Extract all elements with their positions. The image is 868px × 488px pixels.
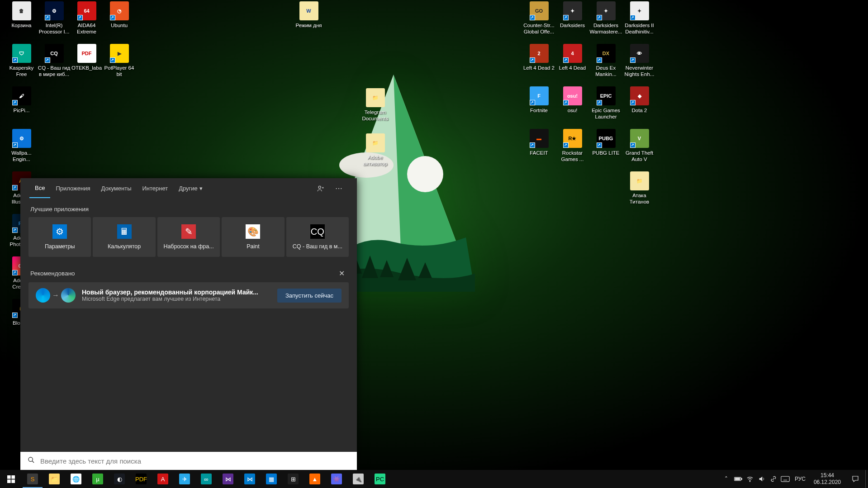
- taskbar: S📁🌐µ◐PDFA✈∞⋈⋈▦⊞▲👾🔌PC ˄ РУС 15:44 06.12.2…: [0, 470, 868, 488]
- show-desktop-button[interactable]: [865, 470, 868, 488]
- best-app-tile[interactable]: ⚙Параметры: [28, 217, 91, 257]
- more-icon[interactable]: ⋯: [330, 180, 348, 198]
- desktop-icon[interactable]: GO↗Counter-Str... Global Offe...: [522, 1, 556, 35]
- taskbar-app-visualstudio[interactable]: ⋈: [217, 470, 239, 488]
- desktop-icon[interactable]: PUBG↗PUBG LITE: [589, 129, 623, 156]
- best-app-tile[interactable]: ✎Набросок на фра...: [157, 217, 220, 257]
- tray-chevron-icon[interactable]: ˄: [721, 470, 732, 488]
- desktop-icon[interactable]: V↗Grand Theft Auto V: [622, 129, 656, 162]
- app-icon: S: [27, 474, 38, 484]
- app-icon: 4↗: [563, 44, 582, 63]
- taskbar-app-mail[interactable]: ▦: [261, 470, 282, 488]
- volume-icon[interactable]: [756, 470, 768, 488]
- tab-more[interactable]: Другие▾: [173, 179, 208, 198]
- taskbar-app-sublime[interactable]: S: [22, 470, 43, 488]
- desktop-icon[interactable]: DX↗Deus Ex Mankin...: [589, 44, 623, 77]
- launch-now-button[interactable]: Запустить сейчас: [277, 289, 342, 303]
- link-icon[interactable]: [768, 470, 779, 488]
- desktop-icon-label: PUBG LITE: [589, 150, 623, 156]
- taskbar-app-store[interactable]: ⊞: [282, 470, 304, 488]
- desktop-icon[interactable]: 📁Атака Титанов: [622, 171, 656, 205]
- shortcut-badge-icon: ↗: [630, 100, 636, 105]
- recommended-sub: Microsoft Edge предлагает вам лучшее из …: [82, 296, 271, 302]
- close-icon[interactable]: ✕: [336, 268, 347, 279]
- tab-web[interactable]: Интернет: [137, 179, 173, 198]
- taskbar-app-steam[interactable]: ◐: [109, 470, 130, 488]
- taskbar-app-explorer[interactable]: 📁: [43, 470, 65, 488]
- search-input[interactable]: [40, 457, 350, 465]
- desktop-icon[interactable]: 2↗Left 4 Dead 2: [522, 44, 556, 71]
- taskbar-app-vscode[interactable]: ⋈: [239, 470, 261, 488]
- desktop-icon[interactable]: 4↗Left 4 Dead: [555, 44, 589, 71]
- taskbar-app-utorrent[interactable]: µ: [87, 470, 109, 488]
- app-icon: ⚙↗: [45, 1, 64, 20]
- desktop-icon[interactable]: 📁Adobe активатор: [358, 133, 392, 167]
- desktop-icon-label: Kaspersky Free: [5, 65, 38, 77]
- app-icon: ✎: [181, 224, 196, 239]
- best-app-tile[interactable]: CQCQ - Ваш гид в м...: [286, 217, 349, 257]
- feedback-icon[interactable]: [312, 180, 330, 198]
- taskbar-apps: S📁🌐µ◐PDFA✈∞⋈⋈▦⊞▲👾🔌PC: [22, 470, 391, 488]
- tab-all[interactable]: Все: [29, 179, 50, 198]
- taskbar-app-pycharm[interactable]: PC: [369, 470, 391, 488]
- desktop-icon[interactable]: CQ↗CQ - Ваш гид в мире киб...: [37, 44, 71, 77]
- clock[interactable]: 15:44 06.12.2020: [809, 470, 845, 488]
- wifi-icon[interactable]: [744, 470, 756, 488]
- desktop-icon-label: Атака Титанов: [622, 192, 656, 205]
- desktop-icon-label: Корзина: [5, 22, 38, 28]
- taskbar-app-matlab[interactable]: ▲: [304, 470, 326, 488]
- app-icon: PUBG↗: [597, 129, 616, 148]
- desktop-icon[interactable]: ◆↗Dota 2: [622, 86, 656, 114]
- desktop-icon-label: Deus Ex Mankin...: [589, 65, 623, 77]
- battery-icon[interactable]: [732, 470, 744, 488]
- desktop-icon-label: Counter-Str... Global Offe...: [522, 22, 556, 35]
- desktop-icon[interactable]: ▶↗PotPlayer 64 bit: [102, 44, 136, 77]
- taskbar-app-telegram[interactable]: ✈: [174, 470, 195, 488]
- desktop-icon[interactable]: 64↗AIDA64 Extreme: [70, 1, 104, 35]
- desktop-icon[interactable]: EPIC↗Epic Games Launcher: [589, 86, 623, 120]
- app-icon: W: [299, 1, 318, 20]
- best-app-tile[interactable]: 🎨Paint: [222, 217, 284, 257]
- desktop-icon[interactable]: R★↗Rockstar Games ...: [555, 129, 589, 162]
- desktop-icon[interactable]: F↗Fortnite: [522, 86, 556, 114]
- tab-docs[interactable]: Документы: [95, 179, 137, 198]
- best-app-tile[interactable]: 🖩Калькулятор: [93, 217, 155, 257]
- desktop-icon[interactable]: ✦↗Darksiders: [555, 1, 589, 28]
- desktop-icon-label: Neverwinter Nights Enh...: [622, 65, 656, 77]
- desktop-icon[interactable]: ⚙↗Wallpa... Engin...: [5, 129, 38, 162]
- desktop-icon[interactable]: ✦↗Darksiders II Deathinitiv...: [622, 1, 656, 35]
- taskbar-app-pdf[interactable]: PDF: [130, 470, 152, 488]
- app-icon: ◔↗: [110, 1, 129, 20]
- shortcut-badge-icon: ↗: [45, 57, 50, 63]
- keyboard-icon[interactable]: [779, 470, 791, 488]
- desktop-icon[interactable]: 🛡↗Kaspersky Free: [5, 44, 38, 77]
- start-button[interactable]: [0, 470, 22, 488]
- desktop-icon[interactable]: ◔↗Ubuntu: [102, 1, 136, 28]
- desktop-icon[interactable]: PDFOTEKB_laba: [70, 44, 104, 71]
- tab-apps[interactable]: Приложения: [50, 179, 95, 198]
- desktop-icon[interactable]: 👁↗Neverwinter Nights Enh...: [622, 44, 656, 77]
- taskbar-app-arduino[interactable]: ∞: [195, 470, 217, 488]
- search-box[interactable]: [20, 452, 357, 470]
- desktop-icon[interactable]: 📁Telegram Documents: [358, 88, 392, 122]
- app-icon: ▲: [309, 474, 320, 484]
- desktop-icon[interactable]: ✦↗Darksiders Warmastere...: [589, 1, 623, 35]
- taskbar-app-discord[interactable]: 👾: [326, 470, 347, 488]
- language-indicator[interactable]: РУС: [791, 476, 809, 482]
- taskbar-app-chrome[interactable]: 🌐: [65, 470, 87, 488]
- app-icon: 👾: [331, 474, 342, 484]
- notifications-icon[interactable]: [845, 475, 865, 483]
- taskbar-app-aida[interactable]: A: [152, 470, 174, 488]
- desktop-icon[interactable]: osu!↗osu!: [555, 86, 589, 114]
- taskbar-app-usb[interactable]: 🔌: [347, 470, 369, 488]
- desktop-icon[interactable]: 🗑Корзина: [5, 1, 38, 28]
- desktop-icon-label: Rockstar Games ...: [555, 150, 589, 162]
- shortcut-badge-icon: ↗: [630, 142, 636, 148]
- app-icon: A: [157, 474, 168, 484]
- shortcut-badge-icon: ↗: [597, 57, 602, 63]
- desktop-icon[interactable]: WРежим дня: [292, 1, 326, 28]
- desktop-icon[interactable]: ▬↗FACEIT: [522, 129, 556, 156]
- desktop-icon[interactable]: 🖌↗PicPi...: [5, 86, 38, 114]
- desktop-icon[interactable]: ⚙↗Intel(R) Processor I...: [37, 1, 71, 35]
- recommended-card[interactable]: → Новый браузер, рекомендованный корпора…: [28, 282, 349, 308]
